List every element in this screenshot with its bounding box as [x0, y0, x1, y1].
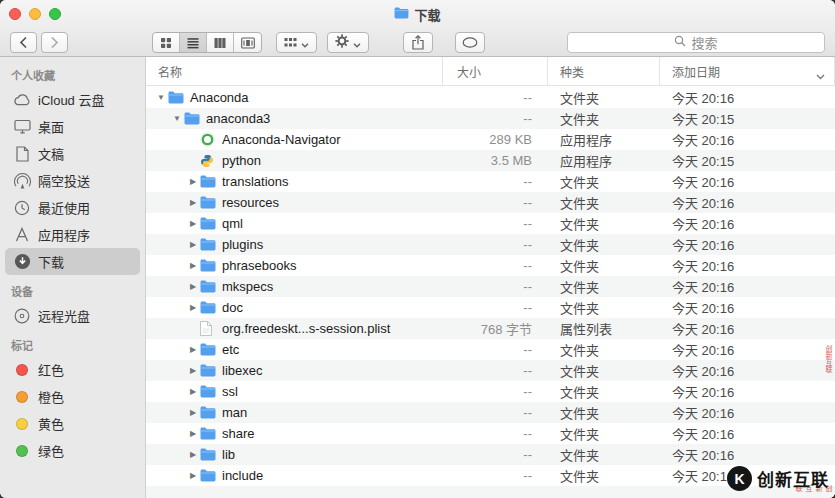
- disclosure-triangle[interactable]: ▶: [186, 408, 200, 417]
- file-kind: 文件夹: [548, 466, 660, 485]
- sidebar-item-label: 隔空投送: [38, 171, 90, 190]
- desktop-icon: [12, 119, 32, 134]
- sidebar-item-tag-red[interactable]: 红色: [5, 356, 140, 383]
- disclosure-triangle[interactable]: ▶: [186, 240, 200, 249]
- close-button[interactable]: [9, 8, 21, 20]
- file-name: ssl: [222, 384, 238, 399]
- disclosure-triangle[interactable]: ▶: [186, 366, 200, 375]
- file-date: 今天 20:16: [660, 319, 835, 338]
- file-date: 今天 20:16: [660, 235, 835, 254]
- sidebar-item-recents[interactable]: 最近使用: [5, 194, 140, 221]
- file-name: plugins: [222, 237, 263, 252]
- share-button[interactable]: [403, 32, 433, 53]
- file-kind: 文件夹: [548, 277, 660, 296]
- search-input[interactable]: 搜索: [567, 32, 825, 53]
- file-row[interactable]: ▶lib--文件夹今天 20:16: [146, 444, 835, 465]
- tag-color-icon: [12, 391, 32, 403]
- folder-icon: [200, 343, 220, 356]
- file-size: --: [443, 174, 548, 189]
- file-row[interactable]: ▼Anaconda--文件夹今天 20:16: [146, 87, 835, 108]
- file-row[interactable]: ▶qml--文件夹今天 20:16: [146, 213, 835, 234]
- disclosure-triangle[interactable]: ▶: [186, 387, 200, 396]
- file-row[interactable]: ▼anaconda3--文件夹今天 20:15: [146, 108, 835, 129]
- file-date: 今天 20:16: [660, 361, 835, 380]
- disclosure-triangle[interactable]: ▶: [186, 177, 200, 186]
- file-name: include: [222, 468, 263, 483]
- disclosure-triangle[interactable]: ▶: [186, 471, 200, 480]
- action-button[interactable]: [327, 32, 369, 53]
- file-size: --: [443, 300, 548, 315]
- column-header-name[interactable]: 名称: [146, 57, 443, 85]
- file-row[interactable]: ▶doc--文件夹今天 20:16: [146, 297, 835, 318]
- sidebar-item-icloud[interactable]: iCloud 云盘: [5, 86, 140, 113]
- file-row[interactable]: python3.5 MB应用程序今天 20:15: [146, 150, 835, 171]
- file-row[interactable]: ▶etc--文件夹今天 20:16: [146, 339, 835, 360]
- file-row[interactable]: Anaconda-Navigator289 KB应用程序今天 20:16: [146, 129, 835, 150]
- sidebar-item-documents[interactable]: 文稿: [5, 140, 140, 167]
- title-bar[interactable]: 下载: [0, 0, 835, 28]
- file-size: --: [443, 279, 548, 294]
- sidebar-item-desktop[interactable]: 桌面: [5, 113, 140, 140]
- disclosure-triangle[interactable]: ▼: [154, 93, 168, 102]
- disclosure-triangle[interactable]: ▶: [186, 219, 200, 228]
- zoom-button[interactable]: [49, 8, 61, 20]
- column-header-date-added[interactable]: 添加日期: [660, 57, 835, 85]
- file-kind: 文件夹: [548, 361, 660, 380]
- file-row[interactable]: ▶ssl--文件夹今天 20:16: [146, 381, 835, 402]
- disclosure-triangle[interactable]: ▶: [186, 450, 200, 459]
- file-row[interactable]: ▶libexec--文件夹今天 20:16: [146, 360, 835, 381]
- tag-button[interactable]: [455, 32, 485, 53]
- file-date: 今天 20:16: [660, 403, 835, 422]
- file-row[interactable]: ▶man--文件夹今天 20:16: [146, 402, 835, 423]
- file-row[interactable]: ▶mkspecs--文件夹今天 20:16: [146, 276, 835, 297]
- sidebar-item-tag-green[interactable]: 绿色: [5, 437, 140, 464]
- file-name: translations: [222, 174, 288, 189]
- arrange-button[interactable]: [276, 32, 317, 53]
- column-header-size[interactable]: 大小: [443, 57, 548, 85]
- disclosure-triangle[interactable]: ▼: [170, 114, 184, 123]
- disclosure-triangle[interactable]: ▶: [186, 261, 200, 270]
- file-kind: 文件夹: [548, 172, 660, 191]
- sort-direction-icon[interactable]: [816, 69, 825, 83]
- file-name: share: [222, 426, 255, 441]
- sidebar-item-tag-yellow[interactable]: 黄色: [5, 410, 140, 437]
- forward-button[interactable]: [41, 32, 68, 53]
- file-name: anaconda3: [206, 111, 270, 126]
- disclosure-triangle[interactable]: ▶: [186, 198, 200, 207]
- file-size: --: [443, 384, 548, 399]
- file-row[interactable]: ▶share--文件夹今天 20:16: [146, 423, 835, 444]
- disclosure-triangle[interactable]: ▶: [186, 282, 200, 291]
- sidebar-item-applications[interactable]: 应用程序: [5, 221, 140, 248]
- column-header-kind[interactable]: 种类: [548, 57, 660, 85]
- file-row[interactable]: ▶translations--文件夹今天 20:16: [146, 171, 835, 192]
- sidebar-item-label: 橙色: [38, 387, 64, 406]
- view-mode-segmented-control: [152, 32, 262, 53]
- file-size: --: [443, 195, 548, 210]
- file-row[interactable]: org.freedeskt...s-session.plist768 字节属性列…: [146, 318, 835, 339]
- file-row[interactable]: ▶phrasebooks--文件夹今天 20:16: [146, 255, 835, 276]
- file-row[interactable]: ▶resources--文件夹今天 20:16: [146, 192, 835, 213]
- file-date: 今天 20:16: [660, 340, 835, 359]
- file-row[interactable]: ▶plugins--文件夹今天 20:16: [146, 234, 835, 255]
- file-date: 今天 20:16: [660, 298, 835, 317]
- sidebar-item-airdrop[interactable]: 隔空投送: [5, 167, 140, 194]
- coverflow-view-button[interactable]: [234, 33, 261, 52]
- minimize-button[interactable]: [29, 8, 41, 20]
- file-kind: 文件夹: [548, 109, 660, 128]
- disclosure-triangle[interactable]: ▶: [186, 345, 200, 354]
- disclosure-triangle[interactable]: ▶: [186, 429, 200, 438]
- back-button[interactable]: [10, 32, 37, 53]
- folder-icon: [200, 301, 220, 314]
- file-kind: 文件夹: [548, 403, 660, 422]
- list-view-button[interactable]: [180, 33, 207, 52]
- sidebar-item-tag-orange[interactable]: 橙色: [5, 383, 140, 410]
- file-date: 今天 20:16: [660, 88, 835, 107]
- proxy-folder-icon: [394, 7, 409, 22]
- column-view-button[interactable]: [207, 33, 234, 52]
- sidebar-item-downloads[interactable]: 下载: [5, 248, 140, 275]
- disclosure-triangle[interactable]: ▶: [186, 303, 200, 312]
- sidebar-item-remote-disc[interactable]: 远程光盘: [5, 302, 140, 329]
- arrange-icon: [284, 34, 297, 52]
- file-size: 289 KB: [443, 132, 548, 147]
- icon-view-button[interactable]: [153, 33, 180, 52]
